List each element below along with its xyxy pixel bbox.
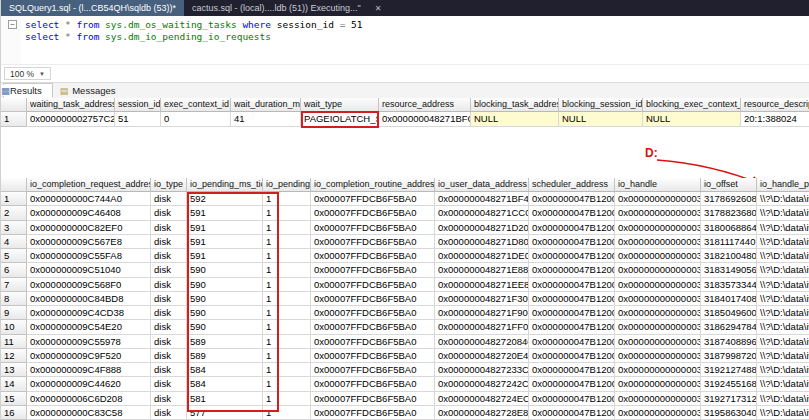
- grid-cell[interactable]: 20:1:388024: [741, 112, 809, 127]
- grid-cell[interactable]: disk: [151, 306, 187, 320]
- grid-cell[interactable]: 0x00007FFDCB6F5BA0: [311, 335, 435, 349]
- row-header[interactable]: 12: [1, 349, 27, 363]
- grid-cell[interactable]: 0x000000048271BF40: [435, 192, 529, 206]
- grid-cell[interactable]: disk: [151, 235, 187, 249]
- grid-cell[interactable]: 1: [263, 363, 311, 377]
- row-header[interactable]: 5: [1, 249, 27, 263]
- row-header[interactable]: 1: [1, 192, 27, 206]
- grid-cell[interactable]: 0x000000009C55978: [27, 335, 151, 349]
- row-header[interactable]: 16: [1, 406, 27, 420]
- grid-cell[interactable]: 0x000000047B120040: [529, 278, 615, 292]
- grid-cell[interactable]: disk: [151, 221, 187, 235]
- grid-cell[interactable]: 3192717312: [701, 392, 757, 406]
- grid-cell[interactable]: 1: [263, 335, 311, 349]
- grid-cell[interactable]: 0x000000048271FF00: [435, 320, 529, 334]
- grid-cell[interactable]: 3192127488: [701, 363, 757, 377]
- grid-cell[interactable]: 0x0000000000000300: [615, 392, 701, 406]
- grid-cell[interactable]: 0x00007FFDCB6F5BA0: [311, 235, 435, 249]
- column-header[interactable]: session_id: [115, 98, 161, 112]
- grid-cell[interactable]: 0x0000000000000300: [615, 235, 701, 249]
- grid-cell[interactable]: \\?\D:\data\ive: [757, 235, 809, 249]
- row-header[interactable]: 3: [1, 221, 27, 235]
- grid-cell[interactable]: \\?\D:\data\ive: [757, 320, 809, 334]
- grid-cell[interactable]: 0x0000000000000300: [615, 406, 701, 420]
- grid-cell[interactable]: \\?\D:\data\ive: [757, 335, 809, 349]
- grid-cell[interactable]: 0x000000048271F300: [435, 292, 529, 306]
- grid-cell[interactable]: disk: [151, 206, 187, 220]
- grid-cell[interactable]: 0x000000009C51040: [27, 263, 151, 277]
- grid-cell[interactable]: 0x000000048271CC00: [435, 206, 529, 220]
- grid-cell[interactable]: 589: [187, 335, 263, 349]
- grid-cell[interactable]: 0x0000000000000300: [615, 377, 701, 391]
- grid-cell[interactable]: 0x00000004827233C0: [435, 363, 529, 377]
- close-icon[interactable]: ✕: [369, 0, 388, 16]
- grid-cell[interactable]: 590: [187, 263, 263, 277]
- grid-cell[interactable]: 1: [263, 206, 311, 220]
- grid-cell[interactable]: 3185049600: [701, 306, 757, 320]
- tab-results[interactable]: ▦Results: [3, 83, 53, 98]
- grid-cell[interactable]: 0x000000047B120040: [529, 206, 615, 220]
- column-header[interactable]: wait_type: [301, 98, 379, 112]
- grid-cell[interactable]: 591: [187, 221, 263, 235]
- grid-cell[interactable]: 0x000000048271D200: [435, 221, 529, 235]
- grid-cell[interactable]: 3181117440: [701, 235, 757, 249]
- grid-cell[interactable]: 584: [187, 377, 263, 391]
- grid-cell[interactable]: 591: [187, 206, 263, 220]
- grid-cell[interactable]: 581: [187, 392, 263, 406]
- column-header[interactable]: io_pending_ms_ticks: [187, 178, 263, 192]
- grid-cell[interactable]: 0x000000047B120040: [529, 320, 615, 334]
- grid-cell[interactable]: 0x000000047B120040: [529, 292, 615, 306]
- grid-cell[interactable]: 0x0000000000000300: [615, 306, 701, 320]
- grid-cell[interactable]: 0x0000000000000300: [615, 292, 701, 306]
- zoom-control[interactable]: 100 % ▼: [4, 67, 51, 80]
- grid-cell[interactable]: \\?\D:\data\ive: [757, 192, 809, 206]
- grid-cell[interactable]: 0x000000047B120040: [529, 263, 615, 277]
- grid-corner[interactable]: [1, 98, 27, 112]
- grid-cell[interactable]: 0x000000048271DE00: [435, 249, 529, 263]
- grid-cell[interactable]: 0x0000000000000300: [615, 221, 701, 235]
- grid-cell[interactable]: 589: [187, 349, 263, 363]
- row-header[interactable]: 8: [1, 292, 27, 306]
- row-header[interactable]: 13: [1, 363, 27, 377]
- grid-cell[interactable]: 0x000000048271EE80: [435, 278, 529, 292]
- grid-cell[interactable]: 590: [187, 278, 263, 292]
- grid-cell[interactable]: 0x000000047B120040: [529, 249, 615, 263]
- grid-cell[interactable]: 0x0000000482720E40: [435, 349, 529, 363]
- column-header[interactable]: io_handle: [615, 178, 701, 192]
- grid-cell[interactable]: 0x000000047B120040: [529, 349, 615, 363]
- grid-cell[interactable]: 3195863040: [701, 406, 757, 420]
- grid-cell[interactable]: 1: [263, 221, 311, 235]
- grid-cell[interactable]: 0x0000000482720840: [435, 335, 529, 349]
- column-header[interactable]: io_user_data_address: [435, 178, 529, 192]
- column-header[interactable]: resource_description: [741, 98, 809, 112]
- grid-cell[interactable]: 0x000000048271E880: [435, 263, 529, 277]
- grid-cell[interactable]: \\?\D:\data\ive: [757, 406, 809, 420]
- grid-cell[interactable]: 0x0000000000000300: [615, 249, 701, 263]
- grid-cell[interactable]: 0x00007FFDCB6F5BA0: [311, 392, 435, 406]
- column-header[interactable]: exec_context_id: [161, 98, 231, 112]
- grid-cell[interactable]: 3192455168: [701, 377, 757, 391]
- grid-cell[interactable]: 1: [263, 192, 311, 206]
- grid-cell[interactable]: 0x00007FFDCB6F5BA0: [311, 292, 435, 306]
- row-header[interactable]: 6: [1, 263, 27, 277]
- grid-cell[interactable]: 41: [231, 112, 301, 127]
- grid-cell[interactable]: 0x0000000482724EC0: [435, 392, 529, 406]
- grid-cell[interactable]: 0x000000009C4F888: [27, 363, 151, 377]
- grid-cell[interactable]: disk: [151, 192, 187, 206]
- grid-cell[interactable]: 590: [187, 306, 263, 320]
- grid-cell[interactable]: 0x0000000000000300: [615, 263, 701, 277]
- grid-cell[interactable]: 0x000000047B120040: [529, 392, 615, 406]
- column-header[interactable]: io_handle_path: [757, 178, 809, 192]
- row-header[interactable]: 9: [1, 306, 27, 320]
- grid-cell[interactable]: 3183573344: [701, 278, 757, 292]
- grid-cell[interactable]: 0x000000047B120040: [529, 406, 615, 420]
- grid-cell[interactable]: 3178823680: [701, 206, 757, 220]
- column-header[interactable]: blocking_session_id: [559, 98, 643, 112]
- grid-cell[interactable]: \\?\D:\data\ive: [757, 363, 809, 377]
- grid-cell[interactable]: 0x000000000C82EF0: [27, 221, 151, 235]
- grid-cell[interactable]: 0x000000009C54E20: [27, 320, 151, 334]
- grid-cell[interactable]: 0x000000047B120040: [529, 192, 615, 206]
- grid-cell[interactable]: \\?\D:\data\ive: [757, 249, 809, 263]
- grid-cell[interactable]: 0x0000000000000300: [615, 206, 701, 220]
- column-header[interactable]: waiting_task_address: [27, 98, 115, 112]
